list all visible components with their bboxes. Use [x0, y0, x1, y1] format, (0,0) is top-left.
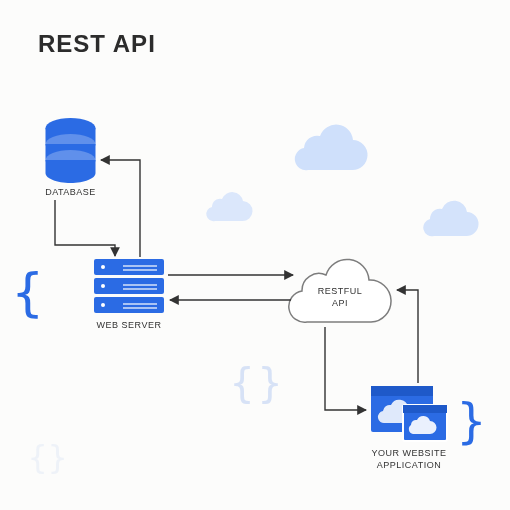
brace-decor-icon: { [12, 262, 43, 322]
brace-decor-icon: } [457, 393, 486, 449]
connector-arrows [0, 0, 510, 510]
brace-decor-icon: { [28, 438, 47, 476]
brace-decor-icon: } [258, 360, 282, 406]
brace-decor-icon: { [230, 360, 254, 406]
brace-decor-icon: } [48, 438, 67, 476]
